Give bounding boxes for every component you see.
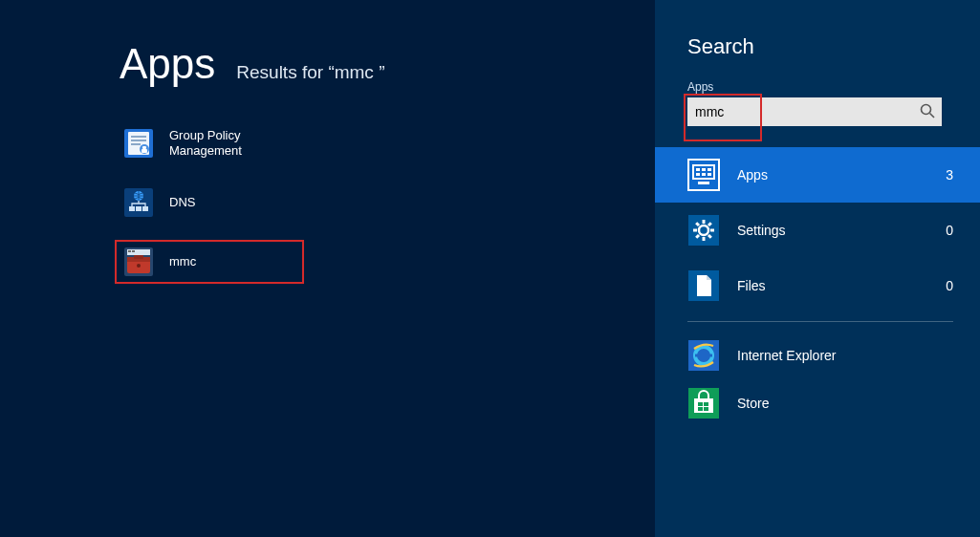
svg-rect-30 [708, 173, 711, 176]
title-row: Apps Results for “mmc ” [120, 40, 655, 88]
app-shortcuts: Internet Explorer Store [687, 339, 953, 419]
svg-rect-25 [696, 168, 700, 171]
filter-list: Apps 3 Settin [655, 147, 980, 419]
app-label: Store [737, 396, 769, 411]
svg-line-22 [930, 114, 935, 118]
svg-rect-50 [704, 407, 708, 411]
svg-rect-31 [698, 182, 709, 184]
svg-point-21 [922, 105, 931, 115]
svg-rect-15 [128, 250, 131, 252]
svg-rect-47 [698, 402, 703, 406]
filter-settings[interactable]: Settings 0 [655, 203, 980, 258]
ie-icon [687, 339, 720, 372]
svg-rect-26 [702, 168, 706, 171]
app-label: Internet Explorer [737, 348, 837, 363]
dns-icon [121, 185, 156, 220]
results-panel: Apps Results for “mmc ” Group Policy Man… [0, 0, 655, 537]
filter-count: 0 [946, 278, 953, 293]
svg-rect-28 [696, 173, 700, 176]
svg-line-40 [696, 235, 699, 238]
svg-rect-7 [142, 149, 147, 153]
filter-label: Files [737, 278, 928, 293]
gp-icon [121, 126, 156, 161]
filter-apps[interactable]: Apps 3 [655, 147, 980, 203]
mmc-icon [121, 245, 156, 279]
filter-count: 3 [946, 167, 953, 183]
search-input[interactable] [687, 97, 942, 126]
result-item-mmc[interactable]: mmc [116, 241, 303, 283]
svg-rect-16 [132, 250, 135, 252]
svg-rect-27 [708, 168, 711, 171]
result-item-dns[interactable]: DNS [116, 182, 303, 224]
filter-count: 0 [946, 223, 953, 238]
result-label: mmc [169, 254, 196, 269]
filter-label: Apps [737, 167, 928, 183]
svg-rect-3 [131, 140, 146, 141]
search-scope-label: Apps [687, 80, 953, 94]
result-label: Group Policy Management [169, 128, 297, 160]
divider [687, 321, 953, 322]
result-label: DNS [169, 195, 195, 210]
page-title: Apps [120, 40, 215, 88]
svg-rect-32 [688, 215, 719, 246]
svg-rect-12 [142, 206, 148, 211]
svg-rect-49 [698, 407, 703, 411]
svg-line-39 [708, 223, 711, 226]
store-icon [687, 387, 720, 419]
results-subtitle: Results for “mmc ” [236, 62, 384, 83]
apps-filter-icon [687, 159, 720, 191]
svg-rect-10 [129, 206, 135, 211]
svg-rect-24 [693, 165, 714, 179]
search-panel-title: Search [687, 34, 953, 59]
search-icon[interactable] [919, 102, 936, 119]
svg-rect-2 [131, 136, 146, 138]
svg-rect-4 [131, 143, 141, 145]
svg-rect-6 [142, 146, 146, 149]
files-filter-icon [687, 269, 720, 302]
app-internet-explorer[interactable]: Internet Explorer [687, 339, 953, 372]
svg-rect-48 [704, 402, 708, 406]
app-store[interactable]: Store [687, 387, 953, 419]
svg-rect-11 [136, 206, 142, 211]
results-list: Group Policy Management DNS [116, 122, 655, 283]
search-panel: Search Apps Apps 3 [655, 0, 980, 537]
svg-rect-19 [134, 255, 143, 259]
filter-files[interactable]: Files 0 [655, 258, 980, 313]
svg-point-20 [137, 264, 141, 268]
result-item-group-policy[interactable]: Group Policy Management [116, 122, 303, 164]
settings-filter-icon [687, 214, 720, 247]
svg-rect-29 [702, 173, 706, 176]
filter-label: Settings [737, 223, 928, 238]
svg-line-38 [696, 223, 699, 226]
search-input-wrap [687, 97, 942, 126]
svg-line-41 [708, 235, 711, 238]
